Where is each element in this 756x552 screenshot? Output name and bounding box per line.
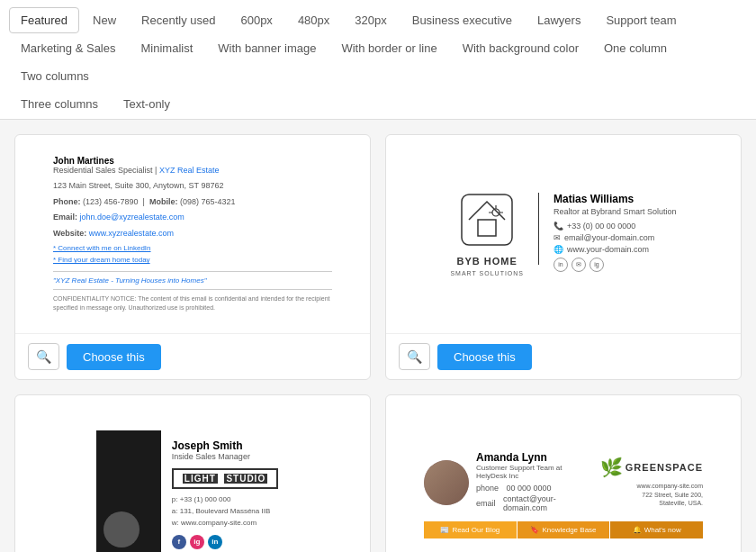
tab-new[interactable]: New — [81, 7, 128, 33]
sig4-address: 722 Street, Suite 200,Stateville, USA. — [642, 491, 703, 509]
choose-button-1[interactable]: Choose this — [67, 344, 161, 370]
phone-icon: 📞 — [554, 222, 563, 231]
tab-business-executive[interactable]: Business executive — [400, 7, 524, 33]
facebook-icon: f — [172, 535, 186, 549]
sig2-socials: in ✉ ig — [554, 258, 677, 272]
sig2-smart: SMART SOLUTIONS — [450, 270, 524, 276]
instagram-icon: ig — [590, 258, 604, 272]
tabs-row-3: Three columnsText-only — [9, 91, 747, 117]
sig4-email-row: email contact@your-domain.com — [476, 494, 593, 512]
sig1-website: Website: www.xyzrealestate.com — [53, 228, 332, 240]
tab-support-team[interactable]: Support team — [594, 7, 688, 33]
tab-marketing-&-sales[interactable]: Marketing & Sales — [9, 35, 128, 61]
template-preview-3: Joseph Smith Inside Sales Manager LIGHT … — [15, 395, 370, 552]
sig4-phone-row: phone 00 000 0000 — [476, 484, 593, 493]
sig3-logo: LIGHT STUDIO — [183, 474, 267, 484]
tab-600px[interactable]: 600px — [229, 7, 284, 33]
sig1-address: 123 Main Street, Suite 300, Anytown, ST … — [53, 180, 332, 193]
search-icon: 🔍 — [36, 349, 51, 364]
template-actions-1: 🔍 Choose this — [15, 333, 370, 379]
sig4-logo: 🌿 GREENSPACE www.company-site.com 722 St… — [600, 457, 703, 508]
sig1-link1[interactable]: * Connect with me on LinkedIn — [53, 243, 332, 255]
sig4-email: contact@your-domain.com — [503, 494, 593, 512]
sig1-confidential: CONFIDENTIALITY NOTICE: The content of t… — [53, 294, 332, 312]
sig3-website: w: www.company-site.com — [172, 518, 278, 529]
tab-with-banner-image[interactable]: With banner image — [206, 35, 328, 61]
tab-with-background-color[interactable]: With background color — [451, 35, 590, 61]
sig3-avatar — [104, 511, 140, 547]
preview-button-2[interactable]: 🔍 — [399, 343, 430, 370]
sig2-website: www.your-domain.com — [567, 245, 649, 254]
sig2-contact: Matias Williams Realtor at Bybrand Smart… — [554, 193, 677, 272]
tab-two-columns[interactable]: Two columns — [9, 63, 101, 89]
tab-480px[interactable]: 480px — [286, 7, 341, 33]
sig4-btn3: What's now — [644, 526, 681, 534]
template-preview-4: Amanda Lynn Customer Support Team at Hel… — [386, 395, 741, 552]
sig1-divider — [53, 271, 332, 272]
tab-with-border-or-line[interactable]: With border or line — [329, 35, 448, 61]
choose-button-2[interactable]: Choose this — [437, 344, 532, 370]
sig4-new-btn[interactable]: 🔔 What's now — [610, 521, 703, 538]
signature-2: BYB HOME SMART SOLUTIONS Matias Williams… — [450, 193, 676, 276]
tab-one-column[interactable]: One column — [592, 35, 679, 61]
tab-text-only[interactable]: Text-only — [112, 91, 182, 117]
tab-recently-used[interactable]: Recently used — [130, 7, 227, 33]
tab-lawyers[interactable]: Lawyers — [526, 7, 592, 33]
sig4-website: www.company-site.com — [636, 482, 703, 491]
sig1-link2[interactable]: * Find your dream home today — [53, 255, 332, 267]
preview-button-1[interactable]: 🔍 — [28, 343, 59, 370]
sig2-email-row: ✉ email@your-domain.com — [554, 233, 677, 242]
sig4-top: Amanda Lynn Customer Support Team at Hel… — [424, 451, 703, 514]
instagram-icon-3: ig — [190, 535, 204, 549]
template-card-2: BYB HOME SMART SOLUTIONS Matias Williams… — [385, 134, 742, 380]
tab-minimalist[interactable]: Minimalist — [130, 35, 205, 61]
sig4-email-label: email — [476, 499, 496, 508]
sig2-phone: +33 (0) 00 00 0000 — [567, 222, 635, 231]
sig2-byb: BYB HOME — [457, 256, 518, 267]
tabs-row-2: Marketing & SalesMinimalistWith banner i… — [9, 35, 747, 89]
signature-3: Joseph Smith Inside Sales Manager LIGHT … — [96, 430, 289, 552]
sig2-phone-row: 📞 +33 (0) 00 00 0000 — [554, 222, 677, 231]
tab-320px[interactable]: 320px — [343, 7, 398, 33]
tab-three-columns[interactable]: Three columns — [9, 91, 110, 117]
template-card-4: Amanda Lynn Customer Support Team at Hel… — [385, 394, 742, 552]
sig4-avatar — [424, 460, 469, 505]
sig3-studio: STUDIO — [224, 474, 267, 484]
sig1-name: John Martines — [53, 156, 332, 166]
sig3-contact-info: p: +33 (1) 000 000 a: 131, Boulevard Mas… — [172, 494, 278, 529]
sig1-tagline: "XYZ Real Estate - Turning Houses into H… — [53, 276, 332, 285]
sig4-btn1: Read Our Blog — [452, 526, 500, 534]
svg-rect-1 — [478, 220, 496, 236]
sig3-logo-box: LIGHT STUDIO — [172, 468, 278, 489]
tab-featured[interactable]: Featured — [9, 7, 79, 33]
templates-grid: John Martines Residential Sales Speciali… — [0, 120, 756, 552]
sig1-links: * Connect with me on LinkedIn * Find you… — [53, 243, 332, 267]
sig2-web-row: 🌐 www.your-domain.com — [554, 245, 677, 254]
sig4-green-logo: 🌿 GREENSPACE — [600, 457, 703, 478]
sig4-main: Amanda Lynn Customer Support Team at Hel… — [476, 451, 593, 514]
sig2-title: Realtor at Bybrand Smart Solution — [554, 207, 677, 216]
sig4-blog-btn[interactable]: 📰 Read Our Blog — [424, 521, 517, 538]
sig1-divider2 — [53, 289, 332, 290]
template-preview-2: BYB HOME SMART SOLUTIONS Matias Williams… — [386, 135, 741, 333]
sig4-name: Amanda Lynn — [476, 451, 593, 464]
signature-4: Amanda Lynn Customer Support Team at Hel… — [424, 451, 703, 538]
sig3-socials: f ig in — [172, 535, 278, 549]
sig3-right: Joseph Smith Inside Sales Manager LIGHT … — [161, 430, 289, 552]
sig2-email: email@your-domain.com — [564, 233, 654, 242]
sig4-kb-btn[interactable]: 🔖 Knowledge Base — [518, 521, 610, 538]
sig3-light: LIGHT — [183, 474, 218, 484]
leaf-icon: 🌿 — [600, 457, 623, 478]
kb-icon: 🔖 — [530, 526, 539, 534]
sig1-email: Email: john.doe@xyzrealestate.com — [53, 212, 332, 224]
sig1-phone: Phone: (123) 456-7890 | Mobile: (098) 76… — [53, 196, 332, 209]
sig4-phone: 00 000 0000 — [507, 484, 552, 493]
template-card-3: Joseph Smith Inside Sales Manager LIGHT … — [14, 394, 371, 552]
sig4-title: Customer Support Team at HelyDesk Inc — [476, 464, 593, 480]
sig4-btn2: Knowledge Base — [542, 526, 596, 534]
sig3-name: Joseph Smith — [172, 439, 278, 452]
sig1-title: Residential Sales Specialist | XYZ Real … — [53, 166, 332, 175]
email-icon: ✉ — [554, 233, 561, 242]
sig4-company: GREENSPACE — [626, 462, 703, 473]
sig2-divider — [538, 193, 539, 265]
